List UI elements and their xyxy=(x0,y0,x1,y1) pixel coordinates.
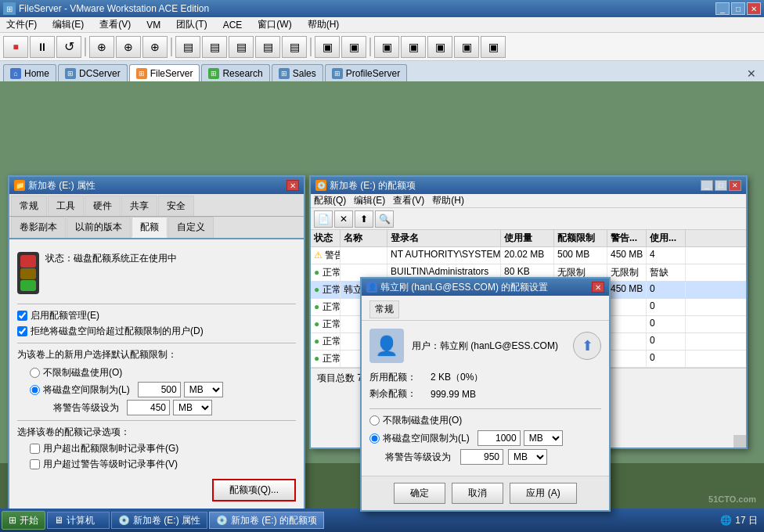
inner-warning-input[interactable] xyxy=(460,449,503,465)
toolbar-pause-btn[interactable]: ⏸ xyxy=(30,36,55,58)
dc-icon: ⊞ xyxy=(65,68,76,79)
close-tab-btn[interactable]: ✕ xyxy=(742,66,761,81)
taskbar-computer[interactable]: 🖥 计算机 xyxy=(47,512,110,529)
toolbar-btn17[interactable]: ▣ xyxy=(454,36,479,58)
toolbar-btn13[interactable]: ▣ xyxy=(341,36,366,58)
tab-research[interactable]: ⊞ Research xyxy=(201,64,269,81)
menu-file[interactable]: 文件(F) xyxy=(3,18,40,31)
toolbar-btn18[interactable]: ▣ xyxy=(481,36,506,58)
toolbar-refresh-btn[interactable]: ↺ xyxy=(56,36,81,58)
prop-tab-shadow[interactable]: 卷影副本 xyxy=(11,217,66,238)
qt-copy-btn[interactable]: ⬆ xyxy=(355,210,373,228)
enable-quota-checkbox[interactable] xyxy=(17,311,27,321)
tab-home[interactable]: ⌂ Home xyxy=(3,64,56,81)
properties-title-icon: 📁 xyxy=(14,180,25,191)
disk-limit-unit-select[interactable]: MB xyxy=(184,382,223,397)
maximize-btn[interactable]: □ xyxy=(731,2,745,15)
menu-vm[interactable]: VM xyxy=(143,20,164,31)
app-icon: ⊞ xyxy=(3,2,16,15)
toolbar-btn15[interactable]: ▣ xyxy=(401,36,426,58)
tab-profileserver[interactable]: ⊞ ProfileServer xyxy=(325,64,407,81)
menu-windows[interactable]: 窗口(W) xyxy=(254,18,294,31)
toolbar-btn16[interactable]: ▣ xyxy=(427,36,452,58)
inner-apply-btn[interactable]: 应用 (A) xyxy=(510,483,576,504)
prop-tab-security[interactable]: 安全 xyxy=(158,196,194,216)
inner-limit-input[interactable] xyxy=(478,430,521,446)
taskbar-quota-items[interactable]: 💿 新加卷 (E:) 的配额项 xyxy=(209,512,324,529)
default-quota-label: 为该卷上的新用户选择默认配额限制： xyxy=(17,348,296,361)
toolbar-btn10[interactable]: ▤ xyxy=(255,36,280,58)
col-limit: 配额限制 xyxy=(554,230,607,246)
toolbar-btn14[interactable]: ▣ xyxy=(374,36,399,58)
event1-checkbox[interactable] xyxy=(30,444,40,454)
toolbar-stop-btn[interactable]: ■ xyxy=(3,36,28,58)
inner-no-limit-row: 不限制磁盘使用(O) xyxy=(369,414,601,427)
table-row[interactable]: ⚠ 警告 NT AUTHORITY\SYSTEM 20.02 MB 500 MB… xyxy=(311,247,746,264)
qt-new-btn[interactable]: 📄 xyxy=(314,210,333,228)
tab-dcserver[interactable]: ⊞ DCServer xyxy=(58,64,128,81)
qt-search-btn[interactable]: 🔍 xyxy=(375,210,394,228)
window-controls: _ □ ✕ xyxy=(715,2,761,15)
toolbar-btn12[interactable]: ▣ xyxy=(315,36,340,58)
resize-handle[interactable] xyxy=(733,435,746,448)
inner-limit-unit[interactable]: MB xyxy=(524,430,563,446)
toolbar-btn6[interactable]: ⊕ xyxy=(142,36,168,58)
minimize-btn[interactable]: _ xyxy=(715,2,730,15)
start-button[interactable]: ⊞ 开始 xyxy=(2,511,45,530)
inner-no-limit-label: 不限制磁盘使用(O) xyxy=(383,414,462,427)
quota-minimize-btn[interactable]: _ xyxy=(701,180,713,191)
toolbar-btn5[interactable]: ⊕ xyxy=(116,36,141,58)
quota-maximize-btn[interactable]: □ xyxy=(715,180,727,191)
warning-input[interactable] xyxy=(127,400,170,415)
menu-ace[interactable]: ACE xyxy=(220,20,246,31)
toolbar-btn7[interactable]: ▤ xyxy=(175,36,200,58)
toolbar-btn11[interactable]: ▤ xyxy=(282,36,307,58)
inner-limit-radio[interactable] xyxy=(369,433,380,444)
quota-menu-quota[interactable]: 配额(Q) xyxy=(314,194,346,207)
menu-help[interactable]: 帮助(H) xyxy=(305,18,343,31)
toolbar-btn8[interactable]: ▤ xyxy=(202,36,227,58)
limit-radio[interactable] xyxy=(30,385,40,395)
deny-quota-label: 拒绝将磁盘空间给超过配额限制的用户(D) xyxy=(31,325,204,338)
prop-tab-custom[interactable]: 自定义 xyxy=(168,217,214,238)
prop-tab-previous[interactable]: 以前的版本 xyxy=(67,217,131,238)
prop-tab-hardware[interactable]: 硬件 xyxy=(85,196,121,216)
inner-warning-unit[interactable]: MB xyxy=(508,449,547,465)
quota-menu-help[interactable]: 帮助(H) xyxy=(432,194,464,207)
toolbar-btn4[interactable]: ⊕ xyxy=(89,36,114,58)
no-limit-radio[interactable] xyxy=(30,368,40,378)
taskbar-properties[interactable]: 💿 新加卷 (E:) 属性 xyxy=(111,512,207,529)
tab-fileserver[interactable]: ⊞ FileServer xyxy=(129,64,200,81)
quota-menu-edit[interactable]: 编辑(E) xyxy=(354,194,385,207)
properties-close-btn[interactable]: ✕ xyxy=(286,180,299,191)
inner-no-limit-radio[interactable] xyxy=(369,415,380,426)
user-quota-close-btn[interactable]: ✕ xyxy=(592,282,604,293)
prop-tab-general[interactable]: 常规 xyxy=(11,196,47,216)
watermark: 51CTO.com xyxy=(708,494,756,505)
deny-quota-checkbox[interactable] xyxy=(17,326,27,336)
toolbar-btn9[interactable]: ▤ xyxy=(229,36,254,58)
inner-cancel-btn[interactable]: 取消 xyxy=(452,483,503,504)
prop-tab-tools[interactable]: 工具 xyxy=(48,196,84,216)
quota-items-btn[interactable]: 配额项(Q)... xyxy=(212,479,296,501)
inner-tab-label[interactable]: 常规 xyxy=(375,304,394,315)
quota-close-btn[interactable]: ✕ xyxy=(729,180,741,191)
profile-icon: ⊞ xyxy=(332,68,343,79)
taskbar-properties-label: 新加卷 (E:) 属性 xyxy=(133,514,200,527)
menu-edit[interactable]: 编辑(E) xyxy=(49,18,87,31)
menu-team[interactable]: 团队(T) xyxy=(173,18,210,31)
title-bar: ⊞ FileServer - VMware Workstation ACE Ed… xyxy=(0,0,764,17)
qt-delete-btn[interactable]: ✕ xyxy=(334,210,353,228)
tab-sales[interactable]: ⊞ Sales xyxy=(272,64,323,81)
close-btn[interactable]: ✕ xyxy=(747,2,761,15)
prop-tab-quota[interactable]: 配额 xyxy=(132,217,168,238)
quota-toolbar: 📄 ✕ ⬆ 🔍 xyxy=(311,208,746,230)
event2-checkbox[interactable] xyxy=(30,459,40,469)
menu-view[interactable]: 查看(V) xyxy=(96,18,134,31)
inner-ok-btn[interactable]: 确定 xyxy=(394,483,445,504)
quota-menu-view[interactable]: 查看(V) xyxy=(393,194,424,207)
prop-tab-share[interactable]: 共享 xyxy=(121,196,157,216)
quota-remaining-value: 999.99 MB xyxy=(431,389,476,400)
warning-unit-select[interactable]: MB xyxy=(173,400,212,415)
disk-limit-input[interactable] xyxy=(138,382,181,397)
